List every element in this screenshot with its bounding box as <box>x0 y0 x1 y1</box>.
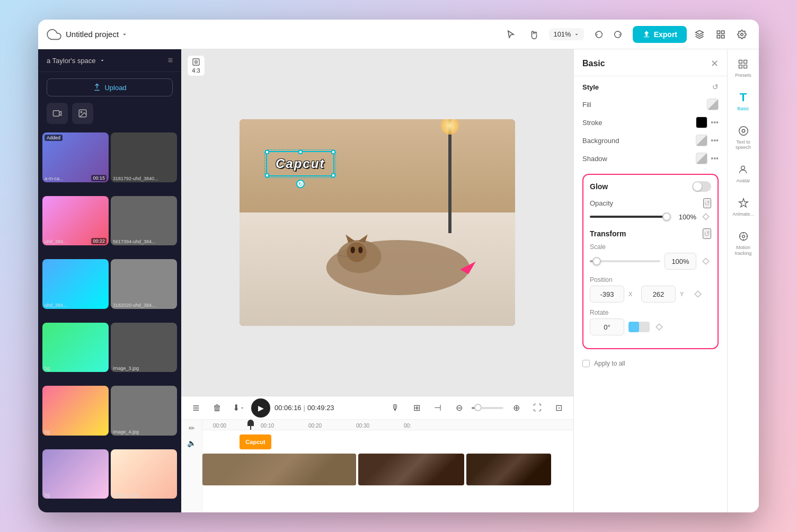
opacity-keyframe-btn[interactable] <box>701 211 711 222</box>
style-reset-btn[interactable]: ↺ <box>712 83 719 91</box>
list-item[interactable]: uhd_384... <box>42 259 109 309</box>
video-segment-2[interactable] <box>358 454 464 485</box>
video-segment-3[interactable] <box>466 454 551 485</box>
diamond-icon <box>702 213 710 220</box>
text-to-speech-icon <box>737 125 750 137</box>
layers-btn[interactable] <box>691 26 708 43</box>
image-tab[interactable] <box>72 103 93 124</box>
video-tab[interactable] <box>47 103 68 124</box>
list-item[interactable]: 3182020-uhd_384... <box>111 259 177 309</box>
pencil-btn[interactable]: ✏ <box>189 424 195 432</box>
opacity-reset-btn[interactable]: ↺ <box>703 198 711 208</box>
shadow-color-box[interactable] <box>696 153 707 164</box>
audio-btn[interactable]: 🎙 <box>387 400 404 416</box>
download-btn[interactable]: ⬇ <box>230 400 247 416</box>
position-y-input[interactable] <box>641 286 676 303</box>
sidebar-item-animate[interactable]: Animate... <box>730 194 756 219</box>
text-overlay-box[interactable]: Capcut ↻ <box>266 151 334 176</box>
handle-top-left[interactable] <box>265 150 269 154</box>
list-item[interactable]: bg <box>42 323 109 373</box>
stroke-color-box[interactable] <box>696 117 707 128</box>
time-display: 00:06:16 | 00:49:23 <box>274 404 334 412</box>
aspect-ratio-badge[interactable]: 4:3 <box>188 56 205 76</box>
opacity-slider-track[interactable] <box>590 216 671 218</box>
media-item-label: 5617394-uhd_384... <box>113 239 156 244</box>
time-mark: 00: <box>404 423 411 429</box>
sidebar-item-basic[interactable]: T Basic <box>735 89 752 114</box>
hand-tool-btn[interactable] <box>526 26 543 43</box>
fill-controls <box>707 99 719 110</box>
video-segment-1[interactable] <box>202 454 356 485</box>
pointer-tool-btn[interactable] <box>502 26 519 43</box>
shadow-more-btn[interactable]: ••• <box>711 154 719 163</box>
list-item[interactable]: uhd_384... 00:22 <box>42 196 109 246</box>
play-btn[interactable]: ▶ <box>251 398 270 418</box>
scale-slider-track[interactable] <box>590 260 660 262</box>
list-item[interactable]: 5617394-uhd_384... <box>111 196 177 246</box>
sidebar-item-motion-tracking[interactable]: Motion tracking <box>728 228 759 259</box>
playhead[interactable] <box>250 420 251 430</box>
handle-top-right[interactable] <box>331 150 335 154</box>
text-cursor-btn[interactable] <box>188 400 205 416</box>
list-item[interactable]: Added a-m-ca... 00:15 <box>42 132 109 182</box>
sound-btn[interactable]: 🔈 <box>187 439 196 447</box>
style-header: Style ↺ <box>582 83 719 91</box>
svg-rect-1 <box>722 31 724 33</box>
settings-btn[interactable] <box>733 26 750 43</box>
grid-btn[interactable]: ⊞ <box>408 400 425 416</box>
list-item[interactable]: 3181792-uhd_3840... <box>111 132 177 182</box>
minus-btn[interactable]: ⊖ <box>450 400 467 416</box>
list-item[interactable]: image_3.jpg <box>111 323 177 373</box>
sidebar-item-avatar[interactable]: Avatar <box>734 161 752 186</box>
apply-all-checkbox[interactable] <box>582 360 590 367</box>
stroke-more-btn[interactable]: ••• <box>711 118 719 127</box>
zoom-selector[interactable]: 101% <box>549 28 583 40</box>
fullscreen-btn[interactable]: ⛶ <box>529 400 546 416</box>
glow-toggle[interactable] <box>692 181 711 192</box>
list-item[interactable]: bg <box>42 386 109 436</box>
text-clip[interactable]: Capcut <box>240 435 271 449</box>
position-x-input[interactable] <box>590 286 624 303</box>
media-item-duration: 00:15 <box>91 175 107 181</box>
handle-bottom-right[interactable] <box>331 173 335 178</box>
header-center: 101% <box>502 26 626 43</box>
rotate-handle[interactable]: ↻ <box>296 180 305 188</box>
background-more-btn[interactable]: ••• <box>711 136 719 145</box>
right-panel: Basic ✕ Style ↺ Fill <box>573 49 727 512</box>
opacity-slider-thumb[interactable] <box>662 212 671 221</box>
layout-btn[interactable] <box>712 26 729 43</box>
rotate-input[interactable] <box>590 318 624 335</box>
stroke-controls: ••• <box>696 117 719 128</box>
list-item[interactable]: image_4.jpg <box>111 386 177 436</box>
media-item-label: uhd_384... <box>45 239 67 244</box>
mini-slider[interactable] <box>628 322 650 332</box>
rotate-keyframe-btn[interactable] <box>654 322 665 332</box>
project-title[interactable]: Untitled project <box>66 30 128 39</box>
svg-rect-3 <box>717 35 720 38</box>
split-btn[interactable]: ⊣ <box>429 400 446 416</box>
scale-input[interactable] <box>665 253 696 270</box>
position-keyframe-btn[interactable] <box>693 289 703 299</box>
handle-bottom-left[interactable] <box>265 173 269 178</box>
undo-btn[interactable] <box>590 26 607 43</box>
redo-btn[interactable] <box>609 26 626 43</box>
export-btn[interactable]: Export <box>633 26 687 43</box>
header-left: Untitled project <box>47 27 496 42</box>
list-item[interactable]: bg <box>42 449 109 499</box>
fit-btn[interactable]: ⊡ <box>550 400 567 416</box>
sidebar-item-presets[interactable]: Presets <box>733 56 754 81</box>
upload-btn[interactable]: Upload <box>47 78 173 96</box>
canvas-content: ⧉ ••• <box>240 119 515 326</box>
menu-btn[interactable]: ≡ <box>168 56 173 65</box>
handle-top-middle[interactable] <box>298 150 303 154</box>
transform-reset-btn[interactable]: ↺ <box>703 228 711 239</box>
fill-color-box[interactable] <box>707 99 719 110</box>
panel-close-btn[interactable]: ✕ <box>711 58 719 69</box>
scale-keyframe-btn[interactable] <box>701 256 711 267</box>
sidebar-item-text-to-speech[interactable]: Text to speech <box>728 122 759 153</box>
scale-slider-thumb[interactable] <box>592 257 601 265</box>
list-item[interactable]: image_1.jpg <box>111 449 177 499</box>
plus-btn[interactable]: ⊕ <box>508 400 525 416</box>
delete-btn[interactable]: 🗑 <box>209 400 226 416</box>
background-color-box[interactable] <box>696 135 707 146</box>
